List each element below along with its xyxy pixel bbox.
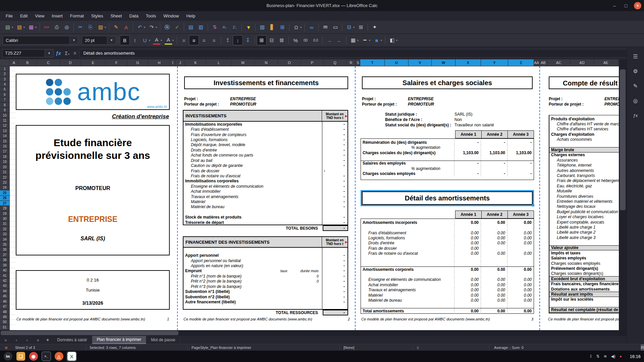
align-middle-icon[interactable]: ↕ xyxy=(233,36,243,45)
column-header-G[interactable]: G xyxy=(127,59,148,66)
clear-formatting-icon[interactable]: A xyxy=(121,22,131,32)
row-header-19[interactable]: 19 xyxy=(0,160,10,165)
row-header-30[interactable]: 30 xyxy=(0,216,10,221)
sort-descending-icon[interactable]: Z↓ xyxy=(230,22,239,32)
row-header-28[interactable]: 28 xyxy=(0,206,10,211)
background-color-icon[interactable]: ■▾ xyxy=(372,36,383,45)
function-wizard-icon[interactable]: ƒx xyxy=(56,51,61,56)
row-header-2[interactable]: 2 xyxy=(0,71,10,76)
hyperlink-icon[interactable]: ∞ xyxy=(307,22,316,32)
row-header-47[interactable]: 47 xyxy=(0,304,10,309)
paste-icon[interactable]: ▧▾ xyxy=(96,22,107,32)
align-left-icon[interactable]: ≡ xyxy=(179,36,189,45)
selection-mode-icon[interactable]: ▯ xyxy=(417,344,419,351)
row-header-37[interactable]: 37 xyxy=(0,252,10,257)
headers-footers-icon[interactable]: ▭ xyxy=(331,22,340,32)
decimal-format-icon[interactable]: 0.0 xyxy=(311,36,320,45)
increase-indent-icon[interactable]: → xyxy=(325,36,334,45)
export-pdf-icon[interactable]: PDF xyxy=(42,22,51,32)
row-header-12[interactable]: 12 xyxy=(0,123,10,128)
menu-item[interactable]: Format xyxy=(66,11,88,21)
align-right-icon[interactable]: ≡ xyxy=(199,36,209,45)
downloader-icon[interactable]: ◉ xyxy=(29,352,38,361)
row-header-35[interactable]: 35 xyxy=(0,242,10,247)
menu-item[interactable]: Styles xyxy=(88,11,107,21)
next-sheet-icon[interactable]: › xyxy=(24,336,31,344)
row-header-8[interactable]: 8 xyxy=(0,103,10,108)
column-header-AE[interactable]: AE xyxy=(594,59,618,66)
font-size-select[interactable]: 20 pt xyxy=(82,36,107,45)
find-replace-icon[interactable]: ⓐ xyxy=(162,22,172,32)
sidebar-settings-icon[interactable]: ☰ xyxy=(631,52,640,61)
column-header-R[interactable]: R xyxy=(346,59,356,66)
italic-icon[interactable]: I xyxy=(130,36,140,45)
print-preview-icon[interactable]: ◎ xyxy=(62,22,71,32)
menu-item[interactable]: Window xyxy=(160,11,182,21)
column-header-AD[interactable]: AD xyxy=(570,59,594,66)
row-header-50[interactable]: 50 xyxy=(0,320,10,325)
zoom-level[interactable]: 75% xyxy=(641,344,644,351)
styles-icon[interactable]: ✎ xyxy=(631,81,640,90)
borders-icon[interactable]: ▦▾ xyxy=(348,36,360,45)
menu-item[interactable]: Data xyxy=(125,11,142,21)
sheet-tab[interactable]: Données à saisir xyxy=(52,336,92,344)
row-header-49[interactable]: 49 xyxy=(0,314,10,319)
row-header-32[interactable]: 32 xyxy=(0,227,10,232)
row-header-34[interactable]: 34 xyxy=(0,237,10,242)
menu-item[interactable]: Help xyxy=(182,11,199,21)
column-header-AB[interactable]: AB xyxy=(539,59,547,66)
column-header-M[interactable]: M xyxy=(231,59,255,66)
row-header-20[interactable]: 20 xyxy=(0,165,10,170)
font-size-dropdown-icon[interactable]: ▼ xyxy=(107,36,116,45)
row-header-40[interactable]: 40 xyxy=(0,268,10,273)
browser-icon[interactable]: △ xyxy=(54,352,64,361)
column-header-Q[interactable]: Q xyxy=(324,59,346,66)
volume-icon[interactable]: ◀) xyxy=(611,354,615,359)
column-header-P[interactable]: P xyxy=(301,59,324,66)
column-header-I[interactable]: I xyxy=(170,59,175,66)
decrease-indent-icon[interactable]: ← xyxy=(335,36,344,45)
save-icon[interactable]: ▦▾ xyxy=(26,22,38,32)
column-header-W[interactable]: W xyxy=(432,59,455,66)
row-header-1[interactable]: 1 xyxy=(0,66,10,71)
conditional-formatting-icon[interactable]: ◧▾ xyxy=(387,36,398,45)
column-header-H[interactable]: H xyxy=(148,59,170,66)
row-header-38[interactable]: 38 xyxy=(0,258,10,263)
name-box[interactable]: T25:Z27 xyxy=(2,49,45,57)
sort-ascending-icon[interactable]: A↓ xyxy=(220,22,229,32)
column-header-AA[interactable]: AA xyxy=(534,59,539,66)
column-header-L[interactable]: L xyxy=(206,59,231,66)
special-character-icon[interactable]: Ω▾ xyxy=(291,22,303,32)
first-sheet-icon[interactable]: « xyxy=(2,336,9,344)
row-header-3[interactable]: 3 xyxy=(0,77,10,82)
font-color-icon[interactable]: A▾ xyxy=(152,35,163,46)
row-header-42[interactable]: 42 xyxy=(0,278,10,283)
merge-cells-icon[interactable]: ⊞ xyxy=(257,36,266,45)
close-button[interactable]: ✕ xyxy=(634,2,641,9)
row-header-14[interactable]: 14 xyxy=(0,133,10,138)
font-name-dropdown-icon[interactable]: ▼ xyxy=(70,36,78,45)
horizontal-scrollbar[interactable] xyxy=(0,330,619,336)
row-header-51[interactable]: 51 xyxy=(0,325,10,330)
row-header-46[interactable]: 46 xyxy=(0,299,10,304)
sort-icon[interactable]: ⇅ xyxy=(210,22,219,32)
column-header-E[interactable]: E xyxy=(81,59,106,66)
column-header-U[interactable]: U xyxy=(385,59,409,66)
row-header-7[interactable]: 7 xyxy=(0,98,10,103)
column-header-F[interactable]: F xyxy=(106,59,127,66)
bluetooth-icon[interactable]: ᛒ xyxy=(590,354,592,359)
start-menu-icon[interactable]: lm xyxy=(3,352,13,361)
font-name-select[interactable]: Calibri xyxy=(3,36,70,45)
column-header-K[interactable]: K xyxy=(185,59,206,66)
row-header-26[interactable]: 26 xyxy=(0,196,10,201)
properties-icon[interactable]: ⚙ xyxy=(631,66,640,76)
clone-formatting-icon[interactable]: ✎ xyxy=(111,22,121,32)
row-header-31[interactable]: 31 xyxy=(0,222,10,227)
horizontal-scrollbar-thumb[interactable] xyxy=(1,331,178,335)
row-header-5[interactable]: 5 xyxy=(0,87,10,92)
undo-icon[interactable]: ↶▾ xyxy=(135,22,146,32)
insert-chart-icon[interactable]: ▋ xyxy=(268,22,277,32)
row-header-17[interactable]: 17 xyxy=(0,149,10,154)
file-manager-icon[interactable]: ❏ xyxy=(16,352,25,361)
column-header-J[interactable]: J xyxy=(175,59,185,66)
